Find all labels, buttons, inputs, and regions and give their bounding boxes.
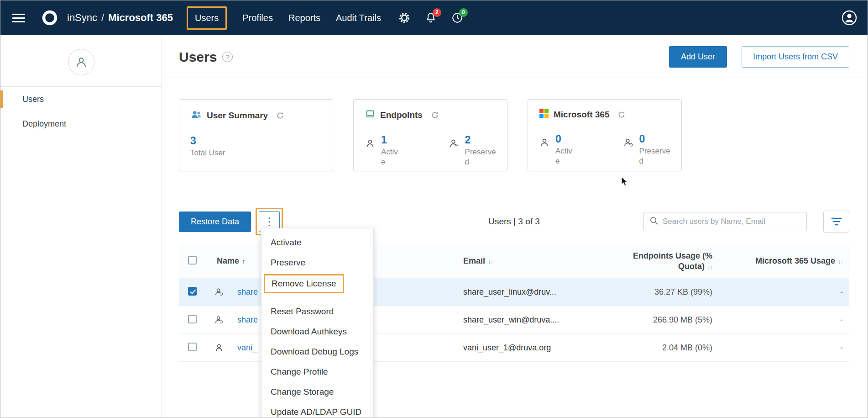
stat-value: 0	[639, 133, 670, 145]
settings-gear-icon[interactable]	[398, 12, 410, 24]
account-avatar-icon[interactable]	[841, 10, 858, 26]
refresh-icon[interactable]	[431, 111, 439, 119]
menu-item-download-authkeys[interactable]: Download Authkeys	[261, 322, 373, 342]
stat-value: 2	[465, 134, 496, 146]
users-count-text: Users | 3 of 3	[488, 217, 540, 227]
user-name-link[interactable]: share	[237, 287, 258, 296]
row-checkbox[interactable]	[188, 287, 197, 296]
sort-both-icon: ↓↑	[707, 264, 712, 270]
header-divider	[162, 78, 868, 78]
menu-item-change-storage[interactable]: Change Storage	[261, 382, 373, 402]
microsoft-logo-icon	[539, 109, 549, 121]
search-icon	[649, 216, 659, 227]
card-title: User Summary	[207, 111, 268, 121]
sort-asc-icon: ↑	[242, 257, 246, 265]
menu-item-remove-license[interactable]: Remove License	[261, 273, 373, 295]
nav-tab-audit-trails[interactable]: Audit Trails	[336, 13, 381, 23]
user-preserved-icon	[449, 138, 460, 167]
row-checkbox[interactable]	[188, 343, 197, 351]
user-preserved-icon	[623, 137, 634, 166]
menu-item-reset-password[interactable]: Reset Password	[261, 302, 373, 322]
user-preserved-icon	[206, 315, 232, 325]
m365-usage-value: -	[719, 315, 849, 325]
nav-tab-profiles[interactable]: Profiles	[242, 13, 273, 23]
brand-separator: /	[101, 12, 104, 24]
sort-both-icon: ↓↑	[838, 258, 843, 265]
restore-data-button[interactable]: Restore Data	[179, 212, 251, 232]
top-navigation: Users Profiles Reports Audit Trails	[187, 6, 381, 30]
row-checkbox[interactable]	[188, 315, 197, 323]
filter-button[interactable]	[823, 211, 849, 233]
sidebar-item-users[interactable]: Users	[0, 87, 162, 111]
column-header-endpoints-usage[interactable]: Endpoints Usage (% Quota)↓↑	[614, 251, 719, 271]
activity-clock-icon[interactable]: 0	[451, 12, 463, 24]
stat-value: 3	[190, 135, 225, 147]
actions-context-menu: Activate Preserve Remove License Reset P…	[261, 228, 374, 418]
refresh-icon[interactable]	[617, 111, 626, 119]
users-group-icon	[190, 109, 202, 122]
stat-label: Preserved	[465, 147, 496, 167]
nav-tab-reports[interactable]: Reports	[288, 13, 320, 23]
sidebar-item-label: Users	[22, 95, 44, 104]
page-header: Users ? Add User Import Users from CSV	[179, 46, 849, 68]
brand-product: inSync	[67, 12, 97, 24]
menu-item-activate[interactable]: Activate	[261, 233, 373, 253]
workspace-avatar-icon	[68, 49, 94, 75]
page-actions: Add User Import Users from CSV	[669, 46, 849, 68]
user-name-link[interactable]: share	[237, 315, 258, 324]
insync-admin-console: inSync / Microsoft 365 Users Profiles Re…	[0, 0, 868, 418]
nav-tab-users[interactable]: Users	[187, 6, 227, 30]
summary-cards: User Summary 3 Total User	[179, 99, 849, 171]
menu-item-preserve[interactable]: Preserve	[261, 253, 373, 273]
stat-label: Active	[555, 146, 575, 166]
topbar-icon-group: 2 0	[398, 12, 463, 24]
help-icon[interactable]: ?	[222, 52, 233, 62]
sidebar-item-label: Deployment	[22, 119, 66, 129]
stat-value: 0	[555, 133, 575, 145]
endpoints-usage-value: 2.04 MB (0%)	[614, 343, 719, 353]
top-navbar: inSync / Microsoft 365 Users Profiles Re…	[0, 0, 868, 35]
endpoints-card: Endpoints	[353, 99, 507, 171]
notification-count-badge: 2	[433, 8, 441, 17]
stat-label: Preserved	[639, 146, 670, 166]
endpoints-usage-value: 36.27 KB (99%)	[614, 287, 719, 297]
left-sidebar: Users Deployment	[0, 35, 162, 418]
column-header-email[interactable]: Email↓↑	[463, 256, 614, 266]
sort-both-icon: ↓↑	[488, 258, 493, 265]
hamburger-menu-icon[interactable]	[12, 14, 25, 22]
user-email: vani_user_1@druva.org	[463, 343, 614, 353]
user-preserved-icon	[206, 287, 232, 297]
sidebar-item-deployment[interactable]: Deployment	[0, 111, 162, 136]
user-icon	[539, 137, 550, 166]
stat-label: Active	[381, 147, 401, 167]
search-box	[643, 212, 807, 231]
menu-divider	[261, 298, 373, 298]
column-header-m365-usage[interactable]: Microsoft 365 Usage↓↑	[719, 256, 849, 266]
notifications-bell-icon[interactable]: 2	[425, 12, 437, 24]
endpoints-usage-value: 266.90 MB (5%)	[614, 315, 719, 325]
stat-value: 1	[381, 134, 401, 146]
menu-item-download-debug-logs[interactable]: Download Debug Logs	[261, 342, 373, 362]
card-title: Endpoints	[380, 110, 423, 120]
endpoints-devices-icon	[365, 109, 376, 122]
select-all-checkbox[interactable]	[188, 256, 197, 265]
search-input[interactable]	[663, 217, 801, 226]
menu-item-change-profile[interactable]: Change Profile	[261, 362, 373, 382]
user-name-link[interactable]: vani_	[237, 343, 257, 352]
user-summary-card: User Summary 3 Total User	[179, 99, 333, 171]
stat-label: Total User	[190, 148, 225, 158]
m365-usage-value: -	[719, 287, 849, 297]
microsoft-365-card: Microsoft 365	[528, 99, 682, 171]
import-users-csv-button[interactable]: Import Users from CSV	[742, 46, 849, 68]
add-user-button[interactable]: Add User	[669, 46, 727, 68]
card-title: Microsoft 365	[554, 110, 609, 120]
menu-item-update-ad-ldap-guid[interactable]: Update AD/LDAP GUID	[261, 402, 373, 418]
breadcrumb: inSync / Microsoft 365	[67, 12, 173, 24]
user-email: share_user_win@druva....	[463, 315, 614, 325]
user-email: share_user_linux@druv...	[463, 287, 614, 297]
brand-workspace: Microsoft 365	[108, 12, 173, 24]
page-title: Users	[179, 49, 217, 65]
druva-logo-icon	[41, 9, 59, 27]
user-icon	[206, 343, 232, 353]
refresh-icon[interactable]	[276, 111, 284, 120]
